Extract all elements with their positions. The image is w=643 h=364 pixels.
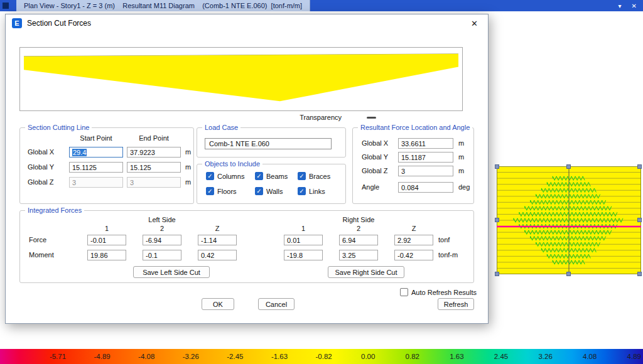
col-1-header: 1 <box>87 225 126 232</box>
refresh-button[interactable]: Refresh <box>438 298 474 310</box>
cancel-button[interactable]: Cancel <box>258 298 294 310</box>
slab-contour-graphic <box>497 166 641 274</box>
start-x-input[interactable]: 29.4 <box>69 147 123 158</box>
unit-label: m <box>458 167 464 174</box>
left-force-z-field[interactable]: -1.14 <box>198 235 237 245</box>
ok-button[interactable]: OK <box>202 298 234 310</box>
checkbox-beams[interactable]: ✓Beams <box>255 172 288 180</box>
objects-to-include-group: Objects to Include ✓Columns✓Beams✓Braces… <box>197 164 346 204</box>
checkbox-icon <box>400 288 408 296</box>
selection-handle[interactable] <box>637 164 642 169</box>
selection-handle[interactable] <box>637 218 642 222</box>
left-moment-z-field[interactable]: 0.42 <box>198 250 237 260</box>
checkbox-label: Links <box>309 188 325 195</box>
resultant-global-y-field[interactable]: 15.1187 <box>398 152 453 163</box>
moment-row-label: Moment <box>29 251 54 259</box>
right-moment-1-field[interactable]: -19.8 <box>284 250 323 260</box>
right-force-2-field[interactable]: 6.94 <box>339 235 378 245</box>
end-point-header: End Point <box>127 134 181 142</box>
checkbox-links[interactable]: ✓Links <box>298 187 325 195</box>
right-moment-z-field[interactable]: -0.42 <box>394 250 433 260</box>
group-title: Resultant Force Location and Angle <box>358 124 472 131</box>
left-force-2-field[interactable]: -6.94 <box>143 235 181 245</box>
resultant-global-z-label: Global Z <box>362 167 388 174</box>
right-force-1-field[interactable]: 0.01 <box>284 235 323 245</box>
selected-slab-region[interactable] <box>497 166 641 274</box>
checkbox-icon: ✓ <box>255 187 263 195</box>
save-right-side-cut-button[interactable]: Save Right Side Cut <box>328 266 404 278</box>
checkbox-braces[interactable]: ✓Braces <box>298 172 330 180</box>
save-left-side-cut-button[interactable]: Save Left Side Cut <box>133 266 210 278</box>
load-case-group: Load Case Comb-1 NTE E.060 <box>197 127 346 158</box>
contour-legend: -5.71-4.89-4.08-3.26-2.45-1.63-0.820.000… <box>0 349 643 364</box>
legend-value: 3.26 <box>538 353 552 360</box>
resultant-global-x-field[interactable]: 33.6611 <box>398 138 453 149</box>
checkbox-label: Walls <box>266 188 283 195</box>
resultant-global-z-field[interactable]: 3 <box>398 166 453 176</box>
resultant-angle-label: Angle <box>362 183 379 191</box>
integrated-forces-group: Integrated Forces Left Side Right Side 1… <box>19 210 474 283</box>
group-title: Objects to Include <box>202 160 262 168</box>
dialog-close-icon[interactable]: ✕ <box>467 19 482 28</box>
left-moment-1-field[interactable]: 19.86 <box>87 250 126 260</box>
start-z-input: 3 <box>69 177 123 188</box>
global-x-label: Global X <box>28 148 54 156</box>
checkbox-label: Beams <box>266 173 288 180</box>
col-z-header: Z <box>394 225 433 232</box>
start-point-header: Start Point <box>69 134 123 142</box>
view-tab-title: Plan View - Story1 - Z = 3 (m) Resultant… <box>24 2 302 9</box>
dialog-titlebar[interactable]: E Section Cut Forces ✕ <box>6 14 488 32</box>
start-y-input[interactable]: 15.1125 <box>69 162 123 173</box>
unit-label: m <box>458 153 464 161</box>
end-x-input[interactable]: 37.9223 <box>127 147 181 158</box>
section-cutting-line-group: Section Cutting Line Start Point End Poi… <box>19 127 194 204</box>
end-z-input: 3 <box>127 177 181 188</box>
global-z-label: Global Z <box>28 178 54 186</box>
selection-handle[interactable] <box>495 272 499 276</box>
window-close-icon[interactable]: ✕ <box>632 3 637 9</box>
force-row-label: Force <box>29 236 46 244</box>
transparency-label: Transparency <box>300 114 342 121</box>
end-y-input[interactable]: 15.125 <box>127 162 181 173</box>
selection-handle[interactable] <box>495 164 499 169</box>
window-menu-icon[interactable]: ▾ <box>619 3 622 9</box>
checkbox-floors[interactable]: ✓Floors <box>206 187 237 195</box>
moment-diagram <box>20 48 462 110</box>
checkbox-icon: ✓ <box>255 172 263 180</box>
checkbox-columns[interactable]: ✓Columns <box>206 172 244 180</box>
right-force-z-field[interactable]: 2.92 <box>394 235 433 245</box>
selection-handle[interactable] <box>566 272 571 276</box>
legend-value: -1.63 <box>271 353 288 360</box>
legend-value: 4.89 <box>627 353 641 360</box>
window-system-icon[interactable] <box>3 3 9 9</box>
legend-value: -4.08 <box>138 353 154 360</box>
selection-handle[interactable] <box>637 272 642 276</box>
legend-value: -3.26 <box>183 353 199 360</box>
right-moment-2-field[interactable]: 3.25 <box>339 250 378 260</box>
group-title: Integrated Forces <box>25 206 84 214</box>
legend-value: -2.45 <box>227 353 243 360</box>
group-title: Load Case <box>202 124 240 131</box>
legend-value: 4.08 <box>583 353 597 360</box>
left-moment-2-field[interactable]: -0.1 <box>143 250 181 260</box>
resultant-angle-field[interactable]: 0.084 <box>398 182 453 193</box>
col-2-header: 2 <box>143 225 181 232</box>
left-force-1-field[interactable]: -0.01 <box>87 235 126 245</box>
selection-handle[interactable] <box>566 164 571 169</box>
unit-label: deg <box>458 183 470 191</box>
view-tab[interactable]: Plan View - Story1 - Z = 3 (m) Resultant… <box>16 0 310 11</box>
legend-value: -0.82 <box>315 353 332 360</box>
section-cut-diagram-panel <box>19 47 463 111</box>
legend-value: -4.89 <box>94 353 110 360</box>
legend-value: 2.45 <box>494 353 508 360</box>
resultant-force-group: Resultant Force Location and Angle Globa… <box>352 127 474 204</box>
auto-refresh-checkbox[interactable]: Auto Refresh Results <box>400 288 477 296</box>
load-case-field[interactable]: Comb-1 NTE E.060 <box>205 138 332 149</box>
auto-refresh-label: Auto Refresh Results <box>411 289 477 296</box>
child-window-titlebar: Plan View - Story1 - Z = 3 (m) Resultant… <box>0 0 643 11</box>
selection-handle[interactable] <box>495 218 499 222</box>
checkbox-walls[interactable]: ✓Walls <box>255 187 283 195</box>
group-title: Section Cutting Line <box>25 124 92 131</box>
global-y-label: Global Y <box>28 163 54 171</box>
transparency-slider[interactable] <box>367 117 376 119</box>
